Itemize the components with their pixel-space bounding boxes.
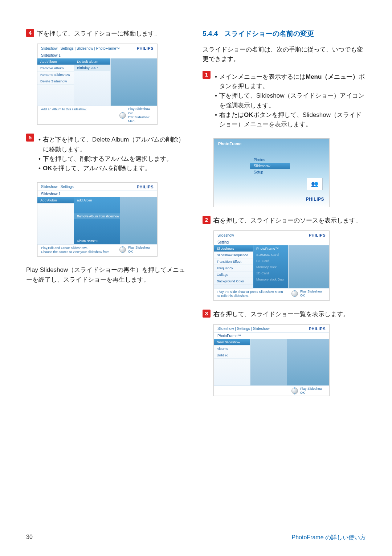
menu-item: Transition Effect [214, 258, 253, 265]
menu-item: Slideshow sequence [214, 252, 253, 258]
menu-col-a: New Slideshow Albums Untitled [214, 339, 250, 385]
footer-action: Play Slideshow [128, 107, 156, 111]
bullet: 下を押して、Slideshow（スライドショー）アイコンを強調表示します。 [213, 91, 366, 110]
step-number: 3 [203, 310, 211, 318]
menu-item: SD/MMC Card [253, 252, 288, 258]
brand-logo: PHILIPS [309, 327, 326, 331]
menu-col-a: Slideshows Slideshow sequence Transition… [214, 245, 253, 288]
pf-menu: Photos Slideshow Setup [250, 157, 290, 175]
step-3: 3 右を押して、スライドショー一覧を表示します。 [203, 310, 366, 319]
menu-item: Default album [74, 58, 110, 65]
menu-item: xD Card [253, 270, 288, 276]
preview-col [111, 58, 157, 106]
menu-item: Remove Album from slideshow [74, 213, 120, 219]
breadcrumb: Slideshow | Settings | Slideshow | Photo… [41, 46, 120, 50]
hint-text [214, 386, 290, 396]
menu-item: Albums [214, 346, 250, 352]
preview-col [287, 339, 329, 385]
footer-action: Play Slideshow [128, 246, 150, 250]
preview-col [120, 197, 157, 244]
menu-item: Collage [214, 271, 253, 278]
menu-item: Slideshow [250, 163, 290, 169]
menu-item: Add Alubm [37, 197, 74, 204]
nav-disc-icon [119, 112, 126, 119]
nav-disc-icon [291, 290, 298, 297]
bullet: OKを押して、アルバムを削除します。 [37, 164, 189, 173]
pf-title: PhotoFrame [218, 142, 241, 146]
step-text: 下を押して、スライドショーに移動します。 [37, 29, 160, 38]
device-screenshot-2: Slideshow | Settings PHILIPS Slideshow 1… [37, 182, 158, 257]
bullet: 右と下を押して、Delete Album（アルバムの削除）に移動します。 [37, 135, 189, 154]
menu-col-a: Add Alubm [37, 197, 74, 244]
menu-item: Memory stick Duo [253, 276, 288, 282]
section-heading: 5.4.4スライドショーの名前の変更 [203, 29, 366, 38]
menu-item: New Slideshow [214, 339, 250, 346]
brand-logo: PHILIPS [137, 46, 154, 50]
hint-text: Play the slide show or press Slideshow M… [214, 289, 290, 301]
slideshow-name: Slideshow 1 [37, 52, 157, 58]
nav-disc-icon [291, 388, 298, 394]
device-screenshot-1: Slideshow | Settings | Slideshow | Photo… [37, 44, 158, 125]
menu-item: Photos [250, 157, 290, 163]
menu-item: PhotoFrame™ [253, 245, 288, 252]
menu-col-b: Default album Birthday 2007 [74, 58, 111, 106]
breadcrumb: Slideshow | Settings [41, 185, 74, 189]
device-screenshot-4: Slideshow | Settings | Slideshow PHILIPS… [213, 324, 330, 397]
hint-text: Play,Edit and Creae Slideshows. Choose t… [37, 245, 118, 257]
menu-col-a: Add Album Remove Album Rename Slideshow … [37, 58, 74, 106]
bullet: 下を押して、削除するアルバムを選択します。 [37, 154, 189, 164]
menu-item: Birthday 2007 [74, 65, 110, 71]
step-5: 5 右と下を押して、Delete Album（アルバムの削除）に移動します。 下… [26, 134, 189, 177]
step-number: 5 [26, 134, 34, 142]
page-number: 30 [26, 534, 33, 541]
footer-action: Exit Slideshow Menu [128, 115, 156, 124]
breadcrumb: Slideshow | Settings | Slideshow [217, 327, 270, 331]
step-4: 4 下を押して、スライドショーに移動します。 [26, 29, 189, 38]
menu-item: Frequency [214, 265, 253, 271]
menu-item: Rename Slideshow [37, 71, 74, 78]
play-slideshow-note: Play Slideshow（スライドショーの再生）を押してメニューを終了し、ス… [26, 265, 189, 285]
menu-item: add Albim [74, 197, 120, 203]
preview-col [289, 245, 329, 288]
menu-item: Setup [250, 169, 290, 175]
step-text: 右を押して、スライドショー一覧を表示します。 [213, 310, 349, 319]
row-label: PhotoFrame™ [214, 332, 329, 339]
row-label: Setting [214, 239, 329, 245]
step-number: 2 [203, 216, 211, 224]
step-number: 4 [26, 29, 34, 37]
nav-disc-icon [119, 246, 126, 253]
step-2: 2 右を押して、スライドショーのソースを表示します。 [203, 216, 366, 225]
brand-logo: PHILIPS [306, 197, 324, 202]
menu-item: CF Card [253, 258, 288, 264]
menu-col-b: PhotoFrame™ SD/MMC Card CF Card Memory s… [253, 245, 289, 288]
bullet: 右またはOKボタンを押して、Slideshow（スライドショー）メニューを表示し… [213, 110, 366, 130]
slideshow-name: Slideshow 1 [37, 191, 157, 197]
footer-action: OK [300, 294, 322, 298]
album-name-tag: Album Name: II [77, 239, 98, 243]
brand-logo: PHILIPS [137, 185, 154, 189]
footer-action: OK [128, 250, 150, 254]
menu-item: Untitled [214, 352, 250, 359]
right-column: 5.4.4スライドショーの名前の変更 スライドショーの名前は、次の手順に従って、… [203, 29, 366, 405]
step-1: 1 メインメニューを表示するにはMenu（メニュー）ボタンを押します。 下を押し… [203, 71, 366, 133]
bullet: メインメニューを表示するにはMenu（メニュー）ボタンを押します。 [213, 72, 366, 91]
step-text: 右を押して、スライドショーのソースを表示します。 [213, 216, 362, 225]
page-section-title: PhotoFrame の詳しい使い方 [292, 534, 366, 541]
footer-action: OK [128, 111, 156, 115]
breadcrumb: Slideshow [217, 233, 234, 237]
footer-action: OK [300, 391, 322, 395]
menu-item: Background Color [214, 278, 253, 285]
brand-logo: PHILIPS [309, 233, 326, 237]
menu-col-b: add Albim Remove Album from slideshow Al… [74, 197, 120, 244]
menu-col-b [250, 339, 287, 385]
footer-action: Play Slideshow [300, 290, 322, 294]
menu-item: Delete Slideshow [37, 78, 74, 85]
left-column: 4 下を押して、スライドショーに移動します。 Slideshow | Setti… [26, 29, 189, 405]
menu-item: Memory stick [253, 264, 288, 270]
menu-item: Add Album [37, 58, 74, 65]
hint-text: Add an Album to this slideshow. [37, 106, 118, 124]
step-number: 1 [203, 71, 211, 79]
device-screenshot-main-menu: PhotoFrame Photos Slideshow Setup 👥 PHIL… [213, 138, 330, 207]
slideshow-icon: 👥 [307, 178, 323, 190]
page-footer: 30 PhotoFrame の詳しい使い方 [26, 534, 366, 541]
